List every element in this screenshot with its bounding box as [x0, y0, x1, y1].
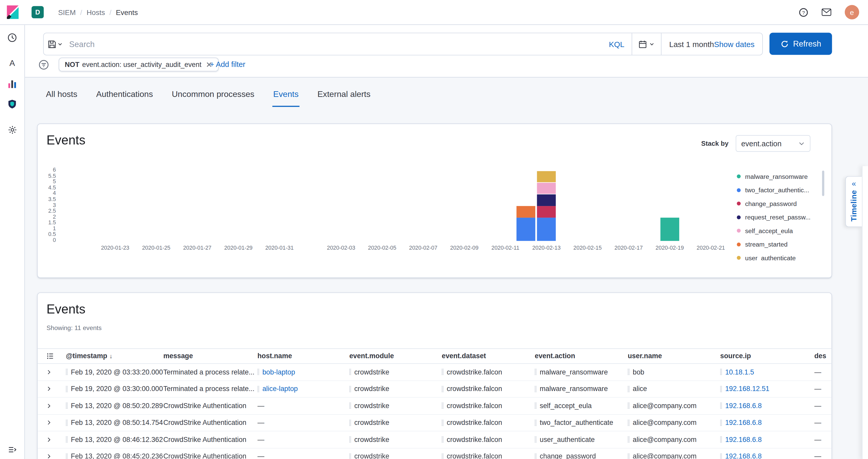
tab-external-alerts[interactable]: External alerts — [316, 89, 371, 107]
search-input[interactable] — [66, 39, 602, 48]
column-header-host[interactable]: host.name — [257, 352, 349, 360]
drag-handle-icon[interactable] — [349, 436, 351, 443]
recently-viewed-clock-icon[interactable] — [7, 33, 17, 43]
drag-handle-icon[interactable] — [535, 369, 536, 375]
drag-handle-icon[interactable] — [720, 420, 722, 426]
refresh-button[interactable]: Refresh — [770, 33, 832, 55]
siem-shield-icon[interactable] — [7, 99, 17, 109]
newsfeed-mail-icon[interactable] — [822, 8, 832, 16]
app-icon-a[interactable]: A — [7, 58, 17, 68]
drag-handle-icon[interactable] — [720, 453, 722, 459]
timeline-toggle-button[interactable]: « Timeline — [845, 176, 862, 227]
drag-handle-icon[interactable] — [628, 453, 629, 459]
kql-syntax-button[interactable]: KQL — [602, 39, 632, 48]
drag-handle-icon[interactable] — [66, 369, 67, 375]
kibana-logo-icon[interactable] — [5, 5, 20, 20]
breadcrumb-item-hosts[interactable]: Hosts — [87, 8, 105, 16]
dock-navigation-icon[interactable] — [7, 445, 17, 455]
cell-value-host[interactable]: bob-laptop — [262, 368, 295, 376]
cell-value-source_ip[interactable]: 192.168.6.8 — [725, 419, 762, 427]
legend-scrollbar[interactable] — [822, 171, 824, 196]
drag-handle-icon[interactable] — [349, 386, 351, 392]
analytics-app-icon[interactable] — [7, 79, 17, 89]
date-picker-menu-button[interactable] — [632, 39, 661, 48]
cell-value-host[interactable]: alice-laptop — [262, 385, 298, 393]
legend-item-change_password[interactable]: change_password — [737, 200, 820, 207]
drag-handle-icon[interactable] — [349, 453, 351, 459]
drag-handle-icon[interactable] — [442, 369, 443, 375]
tab-all-hosts[interactable]: All hosts — [45, 89, 79, 107]
drag-handle-icon[interactable] — [628, 436, 629, 443]
column-header-action[interactable]: event.action — [535, 352, 628, 360]
drag-handle-icon[interactable] — [349, 403, 351, 409]
cell-value-source_ip[interactable]: 192.168.6.8 — [725, 453, 762, 459]
expand-row-button[interactable] — [46, 437, 66, 442]
drag-handle-icon[interactable] — [628, 386, 629, 392]
drag-handle-icon[interactable] — [628, 420, 629, 426]
deployment-badge[interactable]: D — [32, 6, 44, 18]
filter-pill[interactable]: NOT event.action: user_activity_audit_ev… — [59, 58, 218, 71]
drag-handle-icon[interactable] — [628, 369, 629, 375]
breadcrumb-item-siem[interactable]: SIEM — [58, 8, 76, 16]
stack-by-select[interactable]: event.action — [736, 135, 810, 152]
drag-handle-icon[interactable] — [535, 386, 536, 392]
drag-handle-icon[interactable] — [66, 420, 67, 426]
management-gear-icon[interactable] — [7, 125, 17, 135]
drag-handle-icon[interactable] — [720, 403, 722, 409]
bar-segment-malware_ransomware[interactable] — [660, 218, 679, 241]
drag-handle-icon[interactable] — [442, 453, 443, 459]
expand-row-button[interactable] — [46, 369, 66, 375]
column-header-timestamp[interactable]: @timestamp↓ — [66, 352, 163, 360]
legend-item-self_accept_eula[interactable]: self_accept_eula — [737, 227, 820, 235]
legend-item-stream_started[interactable]: stream_started — [737, 241, 820, 248]
saved-query-menu-button[interactable] — [44, 39, 66, 48]
expand-row-button[interactable] — [46, 386, 66, 392]
drag-handle-icon[interactable] — [66, 453, 67, 459]
column-header-dest[interactable]: des — [814, 352, 832, 360]
legend-item-two_factor_authenticate[interactable]: two_factor_authentic... — [737, 186, 820, 193]
bar-segment-user_authenticate[interactable] — [537, 171, 556, 182]
expand-row-button[interactable] — [46, 420, 66, 425]
drag-handle-icon[interactable] — [66, 386, 67, 392]
legend-item-malware_ransomware[interactable]: malware_ransomware — [737, 173, 820, 180]
cell-value-source_ip[interactable]: 192.168.12.51 — [725, 385, 769, 393]
drag-handle-icon[interactable] — [349, 369, 351, 375]
drag-handle-icon[interactable] — [720, 436, 722, 443]
help-icon[interactable]: ? — [799, 7, 808, 17]
drag-handle-icon[interactable] — [535, 453, 536, 459]
drag-handle-icon[interactable] — [628, 403, 629, 409]
cell-value-source_ip[interactable]: 192.168.6.8 — [725, 402, 762, 410]
drag-handle-icon[interactable] — [720, 369, 722, 375]
bar-segment-two_factor_authenticate[interactable] — [537, 218, 556, 241]
legend-item-user_authenticate[interactable]: user_authenticate — [737, 254, 820, 261]
drag-handle-icon[interactable] — [535, 403, 536, 409]
bar-segment-change_password[interactable] — [537, 206, 556, 217]
drag-handle-icon[interactable] — [442, 403, 443, 409]
cell-value-source_ip[interactable]: 10.18.1.5 — [725, 368, 754, 376]
tab-uncommon-processes[interactable]: Uncommon processes — [171, 89, 255, 107]
expand-row-button[interactable] — [46, 454, 66, 459]
column-header-source_ip[interactable]: source.ip — [720, 352, 814, 360]
drag-handle-icon[interactable] — [442, 420, 443, 426]
column-header-module[interactable]: event.module — [349, 352, 442, 360]
expand-row-button[interactable] — [46, 403, 66, 408]
column-header-message[interactable]: message — [163, 352, 257, 360]
drag-handle-icon[interactable] — [257, 386, 259, 392]
drag-handle-icon[interactable] — [66, 436, 67, 443]
bar-segment-request_reset_password[interactable] — [537, 194, 556, 206]
drag-handle-icon[interactable] — [349, 420, 351, 426]
time-range-value[interactable]: Last 1 month — [661, 39, 714, 48]
bar-segment-two_factor_authenticate[interactable] — [517, 218, 535, 241]
bar-segment-stream_started[interactable] — [517, 206, 535, 217]
drag-handle-icon[interactable] — [442, 436, 443, 443]
filter-options-icon[interactable] — [39, 60, 49, 70]
drag-handle-icon[interactable] — [535, 436, 536, 443]
drag-handle-icon[interactable] — [535, 420, 536, 426]
tab-authentications[interactable]: Authentications — [95, 89, 154, 107]
column-header-user[interactable]: user.name — [628, 352, 720, 360]
column-header-dataset[interactable]: event.dataset — [442, 352, 535, 360]
drag-handle-icon[interactable] — [257, 369, 259, 375]
bar-segment-self_accept_eula[interactable] — [537, 183, 556, 194]
drag-handle-icon[interactable] — [66, 403, 67, 409]
tab-events[interactable]: Events — [272, 89, 300, 107]
